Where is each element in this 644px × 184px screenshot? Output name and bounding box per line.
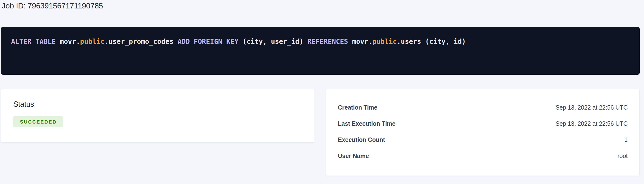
sql-token-schema: public	[372, 38, 397, 46]
sql-statement: ALTER TABLE movr.public.user_promo_codes…	[11, 38, 466, 46]
sql-token-identifier: movr.	[60, 38, 80, 46]
detail-label: User Name	[338, 152, 369, 160]
sql-token-keyword: ADD FOREIGN KEY	[178, 38, 242, 46]
detail-row: Creation TimeSep 13, 2022 at 22:56 UTC	[338, 100, 628, 116]
page-content: Job ID: 796391567171190785 ALTER TABLE m…	[0, 0, 644, 176]
detail-value: 1	[624, 136, 628, 143]
job-details-page: { "page": { "title": "Job ID: 7963915671…	[0, 0, 644, 184]
detail-label: Creation Time	[338, 104, 378, 111]
detail-label: Execution Count	[338, 136, 385, 143]
sql-token-keyword: REFERENCES	[308, 38, 352, 46]
detail-value: Sep 13, 2022 at 22:56 UTC	[556, 120, 628, 127]
sql-token-keyword: ALTER TABLE	[11, 38, 60, 46]
sql-statement-box[interactable]: ALTER TABLE movr.public.user_promo_codes…	[1, 27, 640, 75]
status-card: Status SUCCEEDED	[1, 89, 315, 142]
detail-row: User Nameroot	[338, 148, 628, 164]
sql-token-identifier: movr.	[352, 38, 372, 46]
detail-row: Last Execution TimeSep 13, 2022 at 22:56…	[338, 116, 628, 132]
detail-value: root	[618, 152, 628, 160]
detail-row: Execution Count1	[338, 132, 628, 148]
status-badge: SUCCEEDED	[13, 116, 63, 128]
details-rows: Creation TimeSep 13, 2022 at 22:56 UTCLa…	[338, 100, 628, 164]
page-title: Job ID: 796391567171190785	[2, 1, 640, 10]
sql-token-schema: public	[80, 38, 104, 46]
sql-token-identifier: .users (city, id)	[397, 38, 466, 46]
sql-token-identifier: .user_promo_codes	[104, 38, 178, 46]
status-card-title: Status	[13, 100, 314, 108]
details-card: Creation TimeSep 13, 2022 at 22:56 UTCLa…	[326, 89, 640, 176]
detail-value: Sep 13, 2022 at 22:56 UTC	[556, 104, 628, 111]
detail-label: Last Execution Time	[338, 120, 396, 127]
summary-cards-row: Status SUCCEEDED Creation TimeSep 13, 20…	[1, 89, 640, 176]
sql-token-identifier: (city, user_id)	[242, 38, 308, 46]
